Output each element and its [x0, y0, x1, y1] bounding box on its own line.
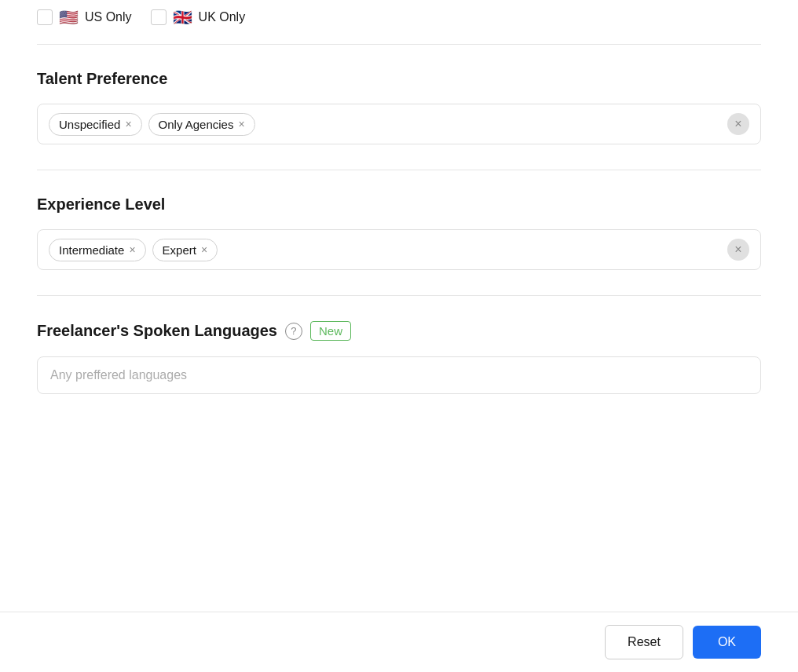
- clear-all-icon: ×: [734, 118, 741, 130]
- tag-only-agencies[interactable]: Only Agencies ×: [148, 113, 255, 136]
- tag-only-agencies-remove[interactable]: ×: [238, 119, 244, 130]
- uk-flag-icon: 🇬🇧: [173, 9, 192, 25]
- us-only-checkbox[interactable]: [37, 9, 53, 25]
- experience-clear-all-icon: ×: [734, 243, 741, 256]
- experience-level-tag-container: Intermediate × Expert × ×: [37, 229, 761, 270]
- us-only-checkbox-item[interactable]: 🇺🇸 US Only: [37, 9, 132, 25]
- uk-only-label: UK Only: [199, 10, 246, 24]
- spoken-languages-section: Freelancer's Spoken Languages ? New: [0, 296, 798, 394]
- spoken-languages-title-row: Freelancer's Spoken Languages ? New: [37, 321, 761, 341]
- tag-expert-label: Expert: [163, 243, 196, 257]
- experience-level-section: Experience Level Intermediate × Expert ×…: [0, 170, 798, 270]
- new-badge: New: [310, 321, 351, 341]
- tag-unspecified-label: Unspecified: [59, 118, 120, 131]
- top-checkboxes-row: 🇺🇸 US Only 🇬🇧 UK Only: [0, 0, 798, 44]
- help-icon-label: ?: [291, 325, 296, 337]
- talent-preference-tags-list: Unspecified × Only Agencies ×: [49, 113, 721, 136]
- talent-preference-tag-container: Unspecified × Only Agencies × ×: [37, 104, 761, 144]
- talent-preference-section: Talent Preference Unspecified × Only Age…: [0, 45, 798, 144]
- content-area: 🇺🇸 US Only 🇬🇧 UK Only Talent Preference …: [0, 0, 798, 457]
- reset-button[interactable]: Reset: [605, 625, 683, 659]
- experience-level-tags-list: Intermediate × Expert ×: [49, 239, 721, 261]
- us-flag-icon: 🇺🇸: [59, 9, 79, 25]
- tag-intermediate[interactable]: Intermediate ×: [49, 239, 146, 261]
- us-only-label: US Only: [85, 10, 132, 24]
- help-icon[interactable]: ?: [285, 323, 302, 340]
- talent-preference-clear-all[interactable]: ×: [727, 113, 749, 135]
- uk-only-checkbox[interactable]: [151, 9, 167, 25]
- talent-preference-title: Talent Preference: [37, 70, 761, 88]
- tag-intermediate-label: Intermediate: [59, 243, 124, 257]
- tag-expert[interactable]: Expert ×: [152, 239, 218, 261]
- tag-unspecified[interactable]: Unspecified ×: [49, 113, 142, 136]
- ok-button[interactable]: OK: [693, 626, 761, 659]
- experience-level-clear-all[interactable]: ×: [727, 239, 749, 261]
- uk-only-checkbox-item[interactable]: 🇬🇧 UK Only: [151, 9, 246, 25]
- tag-unspecified-remove[interactable]: ×: [125, 119, 131, 130]
- tag-only-agencies-label: Only Agencies: [159, 118, 234, 131]
- tag-expert-remove[interactable]: ×: [201, 244, 207, 255]
- page-container: 🇺🇸 US Only 🇬🇧 UK Only Talent Preference …: [0, 0, 798, 457]
- experience-level-title: Experience Level: [37, 195, 761, 214]
- spoken-languages-title: Freelancer's Spoken Languages: [37, 322, 277, 340]
- tag-intermediate-remove[interactable]: ×: [129, 244, 135, 255]
- bottom-bar: Reset OK: [0, 612, 798, 672]
- language-input[interactable]: [37, 356, 761, 394]
